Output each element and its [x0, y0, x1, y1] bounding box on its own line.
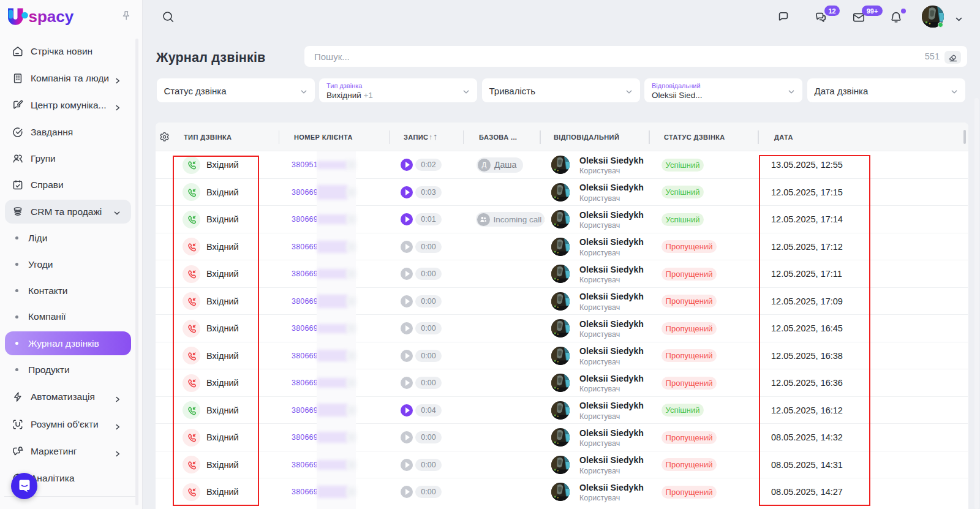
- svg-text:spacy: spacy: [29, 7, 74, 26]
